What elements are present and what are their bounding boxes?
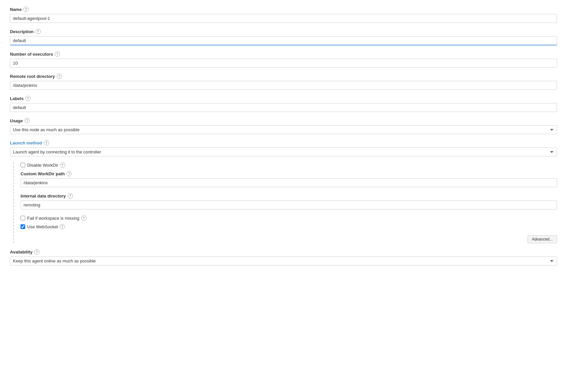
- name-group: Name ?: [10, 7, 557, 23]
- availability-select[interactable]: Keep this agent online as much as possib…: [10, 256, 557, 265]
- usage-select-wrapper: Use this node as much as possible Only b…: [10, 125, 557, 134]
- launch-method-label-text: Launch method: [10, 140, 42, 145]
- labels-input[interactable]: [10, 103, 557, 112]
- use-websocket-label: Use WebSocket ?: [27, 224, 65, 229]
- fail-workspace-label: Fail if workspace is missing ?: [27, 215, 86, 221]
- dashed-section: Disable WorkDir ? Custom WorkDir path ? …: [13, 162, 557, 243]
- custom-workdir-label: Custom WorkDir path ?: [21, 171, 557, 176]
- availability-label: Availability ?: [10, 249, 557, 254]
- name-label: Name ?: [10, 7, 557, 12]
- fail-workspace-row: Fail if workspace is missing ?: [21, 215, 557, 221]
- labels-label: Labels ?: [10, 96, 557, 101]
- description-help-icon[interactable]: ?: [35, 29, 41, 34]
- fail-workspace-checkbox[interactable]: [21, 216, 25, 220]
- usage-label-text: Usage: [10, 118, 23, 123]
- usage-group: Usage ? Use this node as much as possibl…: [10, 118, 557, 134]
- name-label-text: Name: [10, 7, 22, 12]
- usage-help-icon[interactable]: ?: [25, 118, 30, 123]
- remote-root-group: Remote root directory ?: [10, 74, 557, 90]
- launch-method-help-icon[interactable]: ?: [44, 140, 49, 145]
- availability-group: Availability ? Keep this agent online as…: [10, 249, 557, 265]
- internal-data-label-text: Internal data directory: [21, 194, 66, 198]
- num-executors-input[interactable]: [10, 59, 557, 68]
- advanced-row: Advanced...: [21, 233, 557, 243]
- num-executors-label-text: Number of executors: [10, 52, 53, 57]
- disable-workdir-help-icon[interactable]: ?: [60, 162, 65, 168]
- remote-root-input[interactable]: [10, 81, 557, 90]
- custom-workdir-group: Custom WorkDir path ?: [21, 171, 557, 187]
- description-label-text: Description: [10, 29, 34, 34]
- internal-data-group: Internal data directory ?: [21, 193, 557, 209]
- availability-select-wrapper: Keep this agent online as much as possib…: [10, 256, 557, 265]
- availability-help-icon[interactable]: ?: [34, 249, 39, 254]
- usage-select[interactable]: Use this node as much as possible Only b…: [10, 125, 557, 134]
- disable-workdir-checkbox[interactable]: [21, 163, 25, 167]
- disable-workdir-label: Disable WorkDir ?: [27, 162, 65, 168]
- internal-data-input[interactable]: [21, 200, 557, 209]
- remote-root-label-text: Remote root directory: [10, 74, 55, 79]
- description-input[interactable]: [10, 36, 557, 45]
- description-label: Description ?: [10, 29, 557, 34]
- usage-label: Usage ?: [10, 118, 557, 123]
- internal-data-label: Internal data directory ?: [21, 193, 557, 198]
- labels-group: Labels ?: [10, 96, 557, 112]
- labels-help-icon[interactable]: ?: [25, 96, 30, 101]
- launch-method-select[interactable]: Launch agent by connecting it to the con…: [10, 147, 557, 156]
- launch-method-label: Launch method ?: [10, 140, 557, 145]
- name-input[interactable]: [10, 14, 557, 23]
- num-executors-help-icon[interactable]: ?: [55, 51, 60, 57]
- use-websocket-help-icon[interactable]: ?: [60, 224, 65, 229]
- launch-method-group: Launch method ? Launch agent by connecti…: [10, 140, 557, 156]
- remote-root-label: Remote root directory ?: [10, 74, 557, 79]
- labels-label-text: Labels: [10, 96, 24, 101]
- custom-workdir-input[interactable]: [21, 178, 557, 187]
- availability-label-text: Availability: [10, 250, 32, 254]
- custom-workdir-help-icon[interactable]: ?: [66, 171, 72, 176]
- use-websocket-row: Use WebSocket ?: [21, 224, 557, 229]
- disable-workdir-row: Disable WorkDir ?: [21, 162, 557, 168]
- fail-workspace-help-icon[interactable]: ?: [81, 215, 86, 221]
- description-group: Description ?: [10, 29, 557, 45]
- internal-data-help-icon[interactable]: ?: [68, 193, 73, 198]
- num-executors-group: Number of executors ?: [10, 51, 557, 68]
- num-executors-label: Number of executors ?: [10, 51, 557, 57]
- launch-method-select-wrapper: Launch agent by connecting it to the con…: [10, 147, 557, 156]
- name-help-icon[interactable]: ?: [23, 7, 28, 12]
- custom-workdir-label-text: Custom WorkDir path: [21, 171, 65, 176]
- remote-root-help-icon[interactable]: ?: [57, 74, 62, 79]
- use-websocket-checkbox[interactable]: [21, 224, 25, 229]
- advanced-button[interactable]: Advanced...: [528, 235, 557, 243]
